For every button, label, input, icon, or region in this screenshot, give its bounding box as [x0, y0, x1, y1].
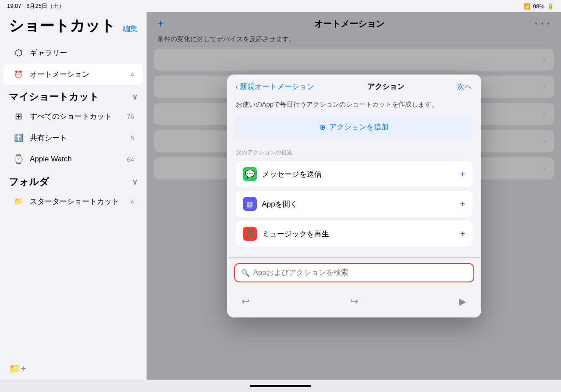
shared-badge: 5 [131, 134, 134, 142]
openapp-icon: ▦ [243, 197, 257, 211]
my-shortcuts-chevron[interactable]: ∨ [132, 92, 138, 102]
modal-toolbar: ↩ ↪ ▶ [227, 288, 481, 317]
home-indicator [0, 380, 561, 392]
all-icon: ⊞ [12, 110, 25, 122]
sidebar-item-all[interactable]: ⊞ すべてのショートカット 76 [4, 106, 143, 127]
automation-badge: 4 [131, 71, 134, 78]
suggestions-title: 次のアクションの提案 [236, 149, 472, 157]
my-shortcuts-label: マイショートカット [9, 90, 99, 103]
suggestion-message-left: 💬 メッセージを送信 [243, 167, 322, 181]
modal-body: お使いのAppで毎日行うアクションのショートカットを作成します。 ⊕ アクション… [227, 97, 481, 257]
search-input[interactable] [253, 268, 467, 277]
status-right: 📶 98% 🔋 [523, 3, 554, 10]
app-container: ショートカット 編集 ⬡ ギャラリー ⏰ オートメーション 4 マイショートカッ… [0, 12, 561, 380]
sidebar-bottom: 📁+ [0, 358, 146, 380]
modal-description: お使いのAppで毎日行うアクションのショートカットを作成します。 [236, 100, 472, 109]
undo-icon: ↩ [241, 296, 249, 307]
music-label: ミュージックを再生 [262, 229, 329, 239]
sidebar: ショートカット 編集 ⬡ ギャラリー ⏰ オートメーション 4 マイショートカッ… [0, 12, 147, 380]
applewatch-label: Apple Watch [30, 155, 127, 164]
starter-icon: 📁 [12, 195, 25, 207]
action-modal: ‹ 新規オートメーション アクション 次へ お使いのAppで毎日行うアクションの… [227, 75, 481, 317]
sidebar-item-gallery[interactable]: ⬡ ギャラリー [4, 42, 143, 63]
sidebar-item-starter[interactable]: 📁 スターターショートカット 4 [4, 191, 143, 212]
suggestion-message[interactable]: 💬 メッセージを送信 + [236, 161, 472, 187]
battery-icon: 🔋 [547, 3, 554, 10]
applewatch-badge: 64 [127, 156, 134, 163]
suggestion-openapp-left: ▦ Appを開く [243, 197, 298, 211]
openapp-add-icon[interactable]: + [460, 199, 465, 209]
add-action-button[interactable]: ⊕ アクションを追加 [236, 116, 472, 138]
search-icon: 🔍 [241, 269, 250, 277]
wifi-icon: 📶 [523, 3, 530, 10]
starter-badge: 4 [131, 198, 134, 205]
suggestion-music[interactable]: 🎵 ミュージックを再生 + [236, 221, 472, 247]
back-chevron-icon: ‹ [236, 82, 238, 91]
undo-button[interactable]: ↩ [236, 292, 255, 311]
status-bar: 19:07 6月25日（土） 📶 98% 🔋 [0, 0, 561, 12]
starter-label: スターターショートカット [30, 196, 131, 207]
play-button[interactable]: ▶ [453, 292, 472, 311]
time: 19:07 [7, 3, 21, 9]
shared-label: 共有シート [30, 133, 131, 143]
add-action-label: アクションを追加 [329, 122, 389, 132]
next-button[interactable]: 次へ [457, 82, 472, 92]
folders-section: フォルダ ∨ [0, 170, 146, 190]
shared-icon: ⬆️ [12, 132, 25, 144]
main-content: + オートメーション • • • 条件の変化に対してデバイスを反応させます。 ›… [147, 12, 561, 380]
edit-button[interactable]: 編集 [123, 21, 138, 36]
all-label: すべてのショートカット [30, 111, 127, 121]
modal-overlay: ‹ 新規オートメーション アクション 次へ お使いのAppで毎日行うアクションの… [147, 12, 561, 380]
suggestion-music-left: 🎵 ミュージックを再生 [243, 227, 329, 241]
status-time: 19:07 6月25日（土） [7, 2, 64, 10]
add-action-icon: ⊕ [319, 122, 326, 132]
sidebar-item-shared[interactable]: ⬆️ 共有シート 5 [4, 127, 143, 148]
back-label: 新規オートメーション [240, 82, 314, 92]
automation-icon: ⏰ [12, 68, 25, 80]
play-icon: ▶ [459, 296, 466, 307]
suggestion-openapp[interactable]: ▦ Appを開く + [236, 191, 472, 217]
applewatch-icon: ⌚ [12, 153, 25, 165]
add-folder-button[interactable]: 📁+ [9, 363, 26, 374]
search-area: 🔍 [227, 257, 481, 288]
date: 6月25日（土） [26, 3, 64, 9]
suggestions-section: 次のアクションの提案 💬 メッセージを送信 + ▦ [236, 149, 472, 247]
modal-header: ‹ 新規オートメーション アクション 次へ [227, 75, 481, 97]
music-add-icon[interactable]: + [460, 229, 465, 239]
modal-title: アクション [367, 82, 405, 92]
redo-icon: ↪ [350, 296, 358, 307]
folders-chevron[interactable]: ∨ [132, 177, 138, 187]
sidebar-title: ショートカット [9, 18, 116, 34]
gallery-label: ギャラリー [30, 48, 134, 58]
all-badge: 76 [127, 113, 134, 120]
redo-button[interactable]: ↪ [344, 292, 364, 311]
automation-label: オートメーション [30, 69, 131, 79]
message-icon: 💬 [243, 167, 257, 181]
message-add-icon[interactable]: + [460, 169, 465, 179]
gallery-icon: ⬡ [12, 46, 25, 59]
sidebar-nav: ⬡ ギャラリー ⏰ オートメーション 4 マイショートカット ∨ ⊞ すべてのシ… [0, 38, 146, 358]
battery-indicator: 98% [533, 3, 544, 10]
sidebar-item-applewatch[interactable]: ⌚ Apple Watch 64 [4, 149, 143, 170]
sidebar-item-automation[interactable]: ⏰ オートメーション 4 [4, 64, 143, 85]
my-shortcuts-section: マイショートカット ∨ [0, 85, 146, 105]
home-bar [250, 385, 311, 387]
music-icon: 🎵 [243, 227, 257, 241]
back-button[interactable]: ‹ 新規オートメーション [236, 82, 315, 92]
message-label: メッセージを送信 [262, 169, 322, 179]
openapp-label: Appを開く [262, 199, 298, 209]
search-wrapper: 🔍 [234, 263, 474, 282]
sidebar-header: ショートカット 編集 [0, 12, 146, 38]
folders-label: フォルダ [9, 175, 49, 189]
